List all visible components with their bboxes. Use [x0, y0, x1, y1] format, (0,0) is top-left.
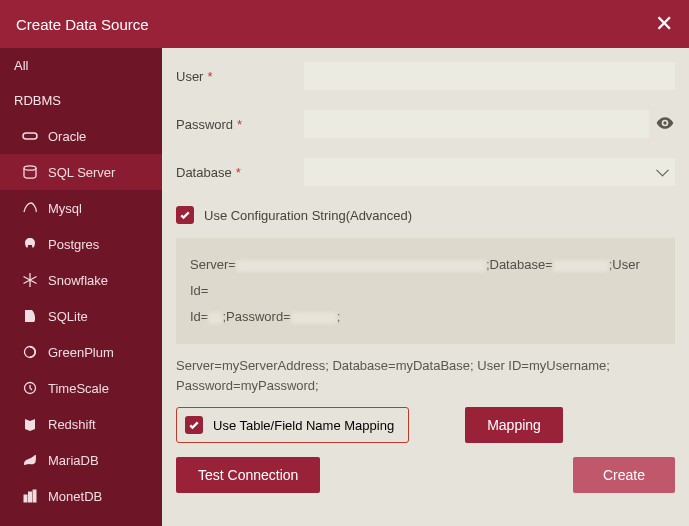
use-mapping-checkbox[interactable]	[185, 416, 203, 434]
monetdb-icon	[22, 488, 38, 504]
row-password: Password*	[176, 110, 675, 138]
sidebar-item-redshift[interactable]: Redshift	[0, 406, 162, 442]
greenplum-icon	[22, 344, 38, 360]
password-label: Password*	[176, 117, 304, 132]
row-use-conn-string: Use Configuration String(Advanced)	[176, 206, 675, 224]
use-conn-string-checkbox[interactable]	[176, 206, 194, 224]
redshift-icon	[22, 416, 38, 432]
connection-string-box[interactable]: Server=xxxxxxxxxxxxxxxxxxxxxxxx;Database…	[176, 238, 675, 344]
user-input[interactable]	[304, 62, 675, 90]
sidebar-item-postgres[interactable]: Postgres	[0, 226, 162, 262]
mariadb-icon	[22, 452, 38, 468]
sidebar-item-label: Postgres	[48, 237, 99, 252]
main-panel: User* Password* Database*	[162, 48, 689, 526]
sidebar-item-snowflake[interactable]: Snowflake	[0, 262, 162, 298]
sidebar-item-oracle[interactable]: Oracle	[0, 118, 162, 154]
sidebar-items: Oracle SQL Server Mysql Postgres Snowfla	[0, 118, 162, 526]
svg-rect-4	[24, 495, 27, 502]
sqlserver-icon	[22, 164, 38, 180]
svg-rect-0	[23, 133, 37, 139]
sidebar-item-mysql[interactable]: Mysql	[0, 190, 162, 226]
use-conn-string-label: Use Configuration String(Advanced)	[204, 208, 412, 223]
sidebar-category-all[interactable]: All	[0, 48, 162, 83]
sidebar-item-label: Mysql	[48, 201, 82, 216]
sidebar-item-label: MariaDB	[48, 453, 99, 468]
sidebar-item-label: Redshift	[48, 417, 96, 432]
sidebar-item-monetdb[interactable]: MonetDB	[0, 478, 162, 514]
sidebar-item-label: TimeScale	[48, 381, 109, 396]
sidebar-item-label: Snowflake	[48, 273, 108, 288]
svg-point-7	[663, 121, 666, 124]
sidebar: All RDBMS Oracle SQL Server Mysql Po	[0, 48, 162, 526]
sidebar-item-greenplum[interactable]: GreenPlum	[0, 334, 162, 370]
svg-rect-6	[33, 490, 36, 502]
test-connection-button[interactable]: Test Connection	[176, 457, 320, 493]
timescale-icon	[22, 380, 38, 396]
titlebar: Create Data Source ✕	[0, 0, 689, 48]
svg-rect-5	[29, 492, 32, 502]
footer: Test Connection Create	[176, 457, 675, 505]
masked-segment: xxxxxx	[553, 260, 609, 272]
sidebar-item-label: Oracle	[48, 129, 86, 144]
database-select[interactable]	[304, 158, 675, 186]
password-input[interactable]	[304, 110, 649, 138]
sidebar-item-sqlserver[interactable]: SQL Server	[0, 154, 162, 190]
dialog-title: Create Data Source	[16, 16, 149, 33]
sidebar-item-label: SQL Server	[48, 165, 115, 180]
snowflake-icon	[22, 272, 38, 288]
masked-segment: xxxxx	[291, 312, 337, 324]
row-database: Database*	[176, 158, 675, 186]
sidebar-item-label: SQLite	[48, 309, 88, 324]
sidebar-item-label: GreenPlum	[48, 345, 114, 360]
mysql-icon	[22, 200, 38, 216]
sqlite-icon	[22, 308, 38, 324]
create-datasource-dialog: Create Data Source ✕ All RDBMS Oracle SQ…	[0, 0, 689, 526]
use-mapping-label: Use Table/Field Name Mapping	[213, 418, 394, 433]
row-mapping: Use Table/Field Name Mapping Mapping	[176, 407, 675, 443]
masked-segment: xx	[208, 312, 222, 324]
use-mapping-box: Use Table/Field Name Mapping	[176, 407, 409, 443]
sidebar-item-label: MonetDB	[48, 489, 102, 504]
sidebar-item-mariadb[interactable]: MariaDB	[0, 442, 162, 478]
masked-segment: xxxxxxxxxxxxxxxxxxxxxxxx	[236, 260, 486, 272]
close-icon[interactable]: ✕	[655, 13, 673, 35]
sidebar-item-sqlite[interactable]: SQLite	[0, 298, 162, 334]
sidebar-item-timescale[interactable]: TimeScale	[0, 370, 162, 406]
oracle-icon	[22, 128, 38, 144]
eye-icon[interactable]	[655, 113, 675, 136]
sidebar-category-rdbms[interactable]: RDBMS	[0, 83, 162, 118]
postgres-icon	[22, 236, 38, 252]
database-label: Database*	[176, 165, 304, 180]
connection-string-hint: Server=myServerAddress; Database=myDataB…	[176, 356, 675, 395]
svg-point-1	[24, 166, 36, 170]
mapping-button[interactable]: Mapping	[465, 407, 563, 443]
create-button[interactable]: Create	[573, 457, 675, 493]
row-user: User*	[176, 62, 675, 90]
dialog-body: All RDBMS Oracle SQL Server Mysql Po	[0, 48, 689, 526]
user-label: User*	[176, 69, 304, 84]
